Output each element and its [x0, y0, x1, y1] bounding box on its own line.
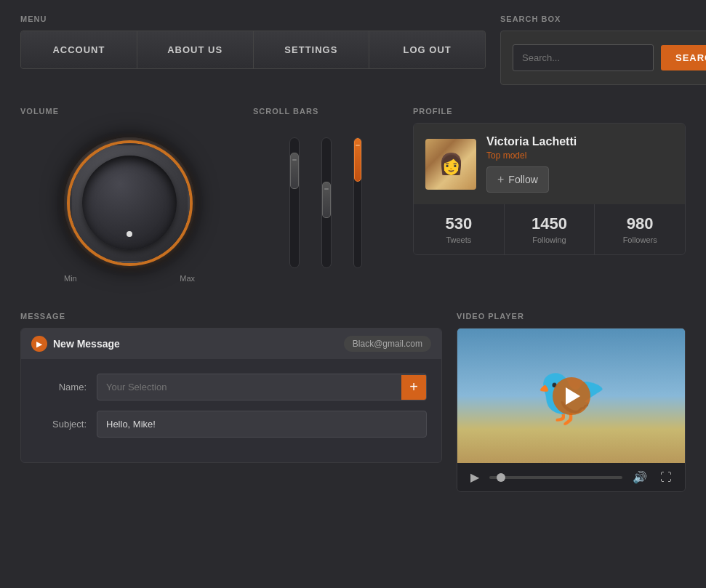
- message-body: Name: + Subject:: [21, 359, 441, 462]
- scroll-track-1[interactable]: [289, 137, 300, 268]
- volume-knob-container: Min Max: [20, 123, 238, 290]
- profile-label: PROFILE: [413, 107, 686, 116]
- plus-icon: +: [497, 173, 504, 186]
- profile-card: 👩 Victoria Lachetti Top model + Follow 5…: [413, 123, 686, 255]
- profile-info: Victoria Lachetti Top model + Follow: [486, 135, 673, 193]
- add-name-button[interactable]: +: [401, 375, 426, 400]
- nav-settings[interactable]: SETTINGS: [254, 31, 370, 68]
- profile-title: Top model: [486, 150, 673, 161]
- followers-label: Followers: [605, 235, 675, 244]
- video-progress-bar[interactable]: [489, 476, 622, 479]
- scroll-track-3[interactable]: [353, 137, 362, 268]
- name-input[interactable]: [97, 374, 401, 400]
- video-fullscreen-ctrl[interactable]: ⛶: [657, 470, 675, 486]
- scroll-thumb-2[interactable]: [322, 182, 331, 218]
- tweets-count: 530: [424, 214, 494, 233]
- subject-input[interactable]: [97, 411, 427, 438]
- follow-button[interactable]: + Follow: [486, 166, 549, 193]
- knob-indicator: [127, 231, 132, 237]
- message-panel: ▶ New Message Black@gmail.com Name: + Su…: [20, 328, 442, 463]
- volume-max-label: Max: [180, 274, 195, 283]
- scroll-bars-label: SCROLL BARS: [253, 107, 398, 116]
- new-message-label: New Message: [53, 338, 120, 350]
- video-player: 🐦 ▶ 🔊 ⛶: [457, 328, 686, 492]
- search-box-label: SEARCH BOX: [500, 15, 706, 23]
- video-volume-ctrl[interactable]: 🔊: [630, 469, 650, 486]
- scroll-thumb-orange[interactable]: [354, 138, 361, 182]
- name-field-container: +: [97, 374, 427, 400]
- volume-label: VOLUME: [20, 107, 238, 116]
- nav-menu: ACCOUNT ABOUT US SETTINGS LOG OUT: [20, 31, 486, 69]
- following-label: Following: [515, 235, 585, 244]
- play-icon: ▶: [31, 336, 47, 352]
- search-input[interactable]: [513, 44, 654, 71]
- nav-logout[interactable]: LOG OUT: [369, 31, 485, 68]
- video-player-label: VIDEO PLAYER: [457, 312, 686, 321]
- stat-tweets: 530 Tweets: [414, 204, 505, 254]
- scrollbars-container: [253, 123, 398, 283]
- message-label: MESSAGE: [20, 312, 442, 321]
- search-button[interactable]: SEARCH: [661, 45, 706, 71]
- profile-stats: 530 Tweets 1450 Following 980 Followers: [414, 204, 685, 254]
- search-box: SEARCH: [500, 31, 706, 85]
- tweets-label: Tweets: [424, 235, 494, 244]
- video-controls: ▶ 🔊 ⛶: [457, 463, 685, 491]
- avatar: 👩: [425, 139, 476, 190]
- scroll-thumb-1[interactable]: [290, 153, 299, 189]
- followers-count: 980: [605, 214, 675, 233]
- subject-row: Subject:: [36, 411, 427, 438]
- new-message-button[interactable]: ▶ New Message: [31, 336, 120, 352]
- scroll-track-2[interactable]: [321, 137, 332, 268]
- nav-about[interactable]: ABOUT US: [137, 31, 254, 68]
- stat-following: 1450 Following: [505, 204, 595, 254]
- play-triangle-icon: [566, 387, 580, 405]
- nav-account[interactable]: ACCOUNT: [21, 31, 137, 68]
- video-play-ctrl[interactable]: ▶: [468, 469, 482, 486]
- following-count: 1450: [515, 214, 585, 233]
- video-screen: 🐦: [457, 329, 685, 463]
- subject-label: Subject:: [36, 419, 87, 430]
- name-label: Name:: [36, 382, 87, 392]
- menu-label: MENU: [20, 15, 486, 23]
- progress-indicator[interactable]: [497, 473, 505, 482]
- name-row: Name: +: [36, 374, 427, 400]
- volume-knob[interactable]: [64, 137, 195, 268]
- video-play-button[interactable]: [553, 377, 590, 415]
- volume-min-label: Min: [64, 274, 77, 283]
- email-badge: Black@gmail.com: [344, 336, 431, 352]
- stat-followers: 980 Followers: [595, 204, 685, 254]
- profile-name: Victoria Lachetti: [486, 135, 673, 148]
